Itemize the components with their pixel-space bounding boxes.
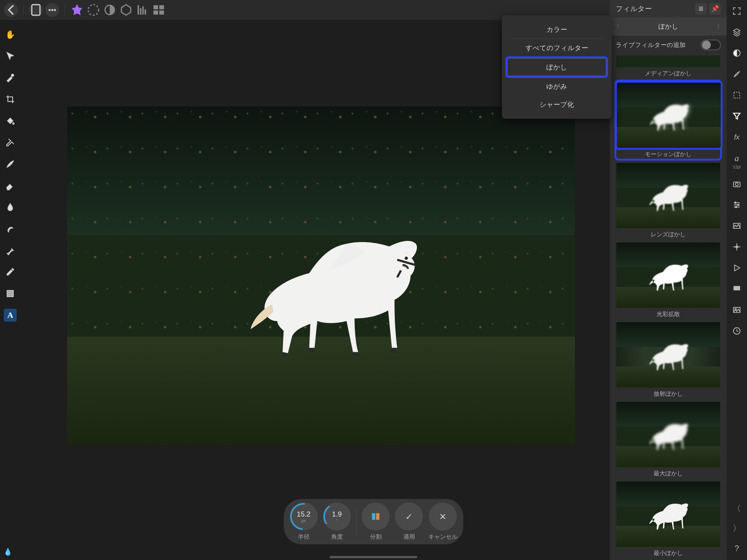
liquify-persona-icon[interactable] bbox=[86, 3, 100, 17]
popover-item-distort[interactable]: ゆがみ bbox=[507, 77, 607, 96]
help-icon[interactable]: ? bbox=[730, 542, 743, 555]
play-icon[interactable] bbox=[730, 261, 743, 274]
history-icon[interactable] bbox=[730, 325, 743, 337]
layers-icon[interactable] bbox=[730, 26, 743, 39]
healing-tool-icon[interactable] bbox=[4, 136, 17, 149]
filter-item-6[interactable]: 最小ぼかし bbox=[616, 482, 720, 557]
svg-point-1 bbox=[88, 5, 99, 15]
svg-point-18 bbox=[738, 204, 739, 206]
svg-rect-9 bbox=[7, 290, 13, 297]
list-view-icon[interactable]: ≣ bbox=[695, 3, 707, 15]
radius-label: 半径 bbox=[298, 533, 310, 541]
filter-label: モーションぼかし bbox=[617, 150, 720, 158]
brush-settings-icon[interactable] bbox=[730, 68, 743, 80]
filter-label: 最小ぼかし bbox=[616, 549, 720, 557]
more-button[interactable]: ••• bbox=[45, 3, 59, 17]
apply-button[interactable]: ✓ bbox=[395, 503, 423, 531]
chevron-right-icon: 〉 bbox=[717, 23, 722, 30]
smudge-tool-icon[interactable] bbox=[4, 201, 17, 213]
svg-point-19 bbox=[735, 206, 737, 208]
filter-label: 光彩拡散 bbox=[616, 310, 720, 318]
flood-fill-tool-icon[interactable] bbox=[4, 114, 17, 127]
filter-controls-bar: 15.2 px 半径 1.9 ° 角度 分割 ✓ 適用 ✕ キャンセル bbox=[284, 499, 463, 544]
eyedropper-tool-icon[interactable] bbox=[4, 265, 17, 278]
sliders-icon[interactable] bbox=[730, 199, 743, 211]
svg-rect-5 bbox=[153, 10, 158, 15]
filter-label: メディアンぼかし bbox=[616, 70, 720, 77]
filter-item-5[interactable]: 最大ぼかし bbox=[616, 402, 720, 477]
svg-point-10 bbox=[405, 256, 408, 260]
camera-icon[interactable] bbox=[730, 177, 743, 190]
filter-item-2[interactable]: レンズぼかし bbox=[616, 163, 720, 238]
shape-tool-icon[interactable] bbox=[4, 287, 17, 300]
canvas-image[interactable] bbox=[67, 106, 575, 445]
text-style-icon[interactable]: a bbox=[730, 152, 743, 164]
back-button[interactable] bbox=[4, 3, 18, 17]
filter-thumb[interactable] bbox=[616, 55, 720, 67]
filter-thumb[interactable] bbox=[616, 402, 720, 467]
tool-strip: ✋ A bbox=[0, 20, 20, 560]
angle-knob[interactable]: 1.9 ° bbox=[323, 503, 351, 531]
svg-point-17 bbox=[735, 202, 736, 203]
svg-rect-3 bbox=[153, 5, 158, 9]
filter-item-1[interactable]: モーションぼかし bbox=[616, 81, 720, 159]
next-icon[interactable]: 〉 bbox=[730, 522, 743, 535]
text-tool-icon[interactable]: A bbox=[4, 309, 17, 322]
fullscreen-icon[interactable] bbox=[730, 5, 743, 18]
pen-tool-icon[interactable] bbox=[4, 244, 17, 257]
filter-category-selector[interactable]: 〈 ぼかし 〉 bbox=[610, 18, 727, 35]
panel-header: フィルター ≣ 📌 bbox=[610, 0, 727, 18]
panel-title: フィルター bbox=[616, 4, 652, 14]
pin-icon[interactable]: 📌 bbox=[709, 3, 721, 15]
grid-icon[interactable] bbox=[730, 282, 743, 295]
dodge-tool-icon[interactable] bbox=[4, 222, 17, 235]
svg-rect-12 bbox=[376, 513, 379, 520]
filter-thumb[interactable] bbox=[617, 83, 721, 148]
filter-thumb[interactable] bbox=[616, 322, 720, 387]
erase-tool-icon[interactable] bbox=[4, 179, 17, 192]
panels-persona-icon[interactable] bbox=[152, 3, 166, 17]
paint-brush-tool-icon[interactable] bbox=[4, 158, 17, 171]
split-button[interactable] bbox=[362, 503, 390, 531]
live-filter-toggle[interactable] bbox=[701, 40, 721, 50]
cancel-button[interactable]: ✕ bbox=[429, 503, 457, 531]
radius-knob[interactable]: 15.2 px bbox=[290, 503, 318, 531]
filter-panel: フィルター ≣ 📌 〈 ぼかし 〉 ライブフィルターの追加 メディアンぼかしモー… bbox=[610, 0, 727, 560]
prev-icon[interactable]: 〈 bbox=[730, 502, 743, 515]
filter-thumb[interactable] bbox=[616, 243, 720, 308]
svg-rect-11 bbox=[372, 513, 375, 520]
horizontal-scrollbar[interactable] bbox=[330, 556, 417, 558]
tone-map-persona-icon[interactable] bbox=[119, 3, 133, 17]
crop-tool-icon[interactable] bbox=[4, 93, 17, 106]
popover-item-all[interactable]: すべてのフィルター bbox=[507, 39, 607, 57]
filter-label: レンズぼかし bbox=[616, 231, 720, 238]
separator bbox=[23, 4, 24, 16]
export-persona-icon[interactable] bbox=[135, 3, 149, 17]
image-placeholder-icon[interactable] bbox=[730, 304, 743, 316]
filter-thumb[interactable] bbox=[616, 482, 720, 547]
filters-icon[interactable] bbox=[730, 110, 743, 123]
color-picker-tool-icon[interactable] bbox=[4, 71, 17, 84]
adjustments-icon[interactable] bbox=[730, 47, 743, 59]
photo-persona-icon[interactable] bbox=[70, 3, 84, 17]
svg-point-16 bbox=[735, 183, 738, 185]
filter-item-0[interactable]: メディアンぼかし bbox=[616, 55, 720, 77]
filter-item-4[interactable]: 放射ぼかし bbox=[616, 322, 720, 398]
svg-rect-4 bbox=[159, 5, 164, 9]
develop-persona-icon[interactable] bbox=[103, 3, 117, 17]
filter-thumb[interactable] bbox=[616, 163, 720, 228]
histogram-icon[interactable] bbox=[730, 220, 743, 232]
popover-item-blur[interactable]: ぼかし bbox=[507, 58, 607, 76]
angle-label: 角度 bbox=[331, 533, 343, 541]
fx-icon[interactable]: fx bbox=[730, 131, 743, 144]
filter-list[interactable]: メディアンぼかしモーションぼかしレンズぼかし光彩拡散放射ぼかし最大ぼかし最小ぼか… bbox=[610, 54, 727, 560]
popover-item-color[interactable]: カラー bbox=[507, 20, 607, 39]
move-tool-icon[interactable] bbox=[4, 50, 17, 62]
subject-horse bbox=[235, 201, 448, 387]
hand-tool-icon[interactable]: ✋ bbox=[4, 28, 17, 41]
document-menu-button[interactable] bbox=[29, 3, 43, 17]
popover-item-sharpen[interactable]: シャープ化 bbox=[507, 96, 607, 113]
navigator-crosshair-icon[interactable] bbox=[730, 240, 743, 253]
selection-icon[interactable] bbox=[730, 89, 743, 102]
filter-item-3[interactable]: 光彩拡散 bbox=[616, 243, 720, 318]
